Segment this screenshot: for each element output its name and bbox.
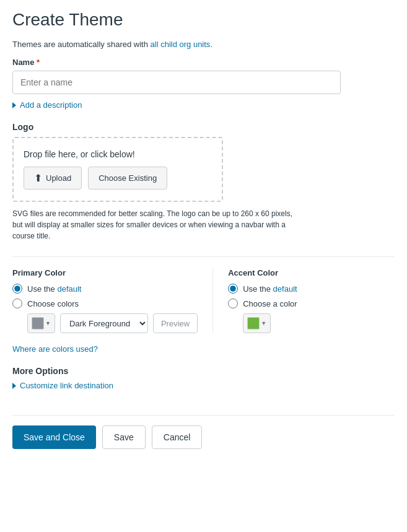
name-input[interactable] [12, 71, 341, 94]
foreground-select[interactable]: Dark Foreground Light Foreground [60, 313, 148, 333]
primary-use-default-radio[interactable] [12, 284, 22, 294]
footer-buttons: Save and Close Save Cancel [12, 415, 395, 449]
customize-link-destination-button[interactable]: Customize link destination [12, 381, 113, 390]
accent-use-default-option[interactable]: Use the default [228, 284, 395, 294]
accent-use-default-text: Use the default [243, 284, 297, 294]
primary-color-title: Primary Color [12, 268, 198, 277]
page-title: Create Theme [12, 10, 395, 30]
primary-color-section: Primary Color Use the default Choose col… [12, 268, 198, 333]
choose-existing-button[interactable]: Choose Existing [88, 167, 167, 190]
upload-button[interactable]: ⬆ Upload [24, 167, 82, 190]
accent-choose-color-label: Choose a color [243, 299, 297, 308]
primary-color-controls: ▼ Dark Foreground Light Foreground Previ… [27, 313, 198, 333]
name-label: Name * [12, 58, 395, 67]
upload-icon: ⬆ [34, 172, 42, 184]
where-colors-link[interactable]: Where are colors used? [12, 344, 395, 354]
accent-default-link[interactable]: default [273, 284, 297, 294]
logo-section-label: Logo [12, 122, 395, 132]
svg-note: SVG files are recommended for better sca… [12, 208, 297, 242]
accent-swatch-dropdown-icon: ▼ [261, 320, 266, 326]
subtitle-text: Themes are automatically shared with all… [12, 40, 395, 49]
accent-choose-color-radio[interactable] [228, 299, 238, 308]
primary-use-default-option[interactable]: Use the default [12, 284, 198, 294]
section-divider [12, 256, 395, 257]
primary-swatch-dropdown-icon: ▼ [45, 320, 51, 326]
primary-choose-colors-label: Choose colors [27, 299, 79, 308]
accent-color-section: Accent Color Use the default Choose a co… [228, 268, 395, 333]
primary-choose-colors-option[interactable]: Choose colors [12, 299, 198, 308]
add-description-button[interactable]: Add a description [12, 100, 82, 110]
primary-default-link[interactable]: default [57, 284, 81, 294]
colors-row: Primary Color Use the default Choose col… [12, 268, 395, 333]
chevron-right-icon-2 [12, 383, 16, 389]
more-options-title: More Options [12, 366, 395, 376]
chevron-right-icon [12, 102, 16, 108]
drop-zone-text: Drop file here, or click below! [24, 149, 212, 159]
primary-choose-colors-radio[interactable] [12, 299, 22, 308]
accent-color-swatch [247, 317, 260, 329]
accent-use-default-radio[interactable] [228, 284, 238, 294]
cancel-button[interactable]: Cancel [152, 425, 203, 449]
accent-color-swatch-button[interactable]: ▼ [243, 313, 271, 333]
accent-color-title: Accent Color [228, 268, 395, 277]
save-and-close-button[interactable]: Save and Close [12, 425, 96, 449]
logo-drop-zone[interactable]: Drop file here, or click below! ⬆ Upload… [12, 137, 223, 202]
color-section-divider [212, 268, 213, 333]
accent-color-controls: ▼ [243, 313, 395, 333]
child-org-units-link[interactable]: all child org units [151, 40, 211, 49]
save-button[interactable]: Save [102, 425, 146, 449]
primary-color-swatch [32, 317, 44, 329]
primary-color-swatch-button[interactable]: ▼ [27, 313, 55, 333]
accent-choose-color-option[interactable]: Choose a color [228, 299, 395, 308]
primary-use-default-text: Use the default [27, 284, 81, 294]
preview-box: Preview [153, 313, 198, 333]
